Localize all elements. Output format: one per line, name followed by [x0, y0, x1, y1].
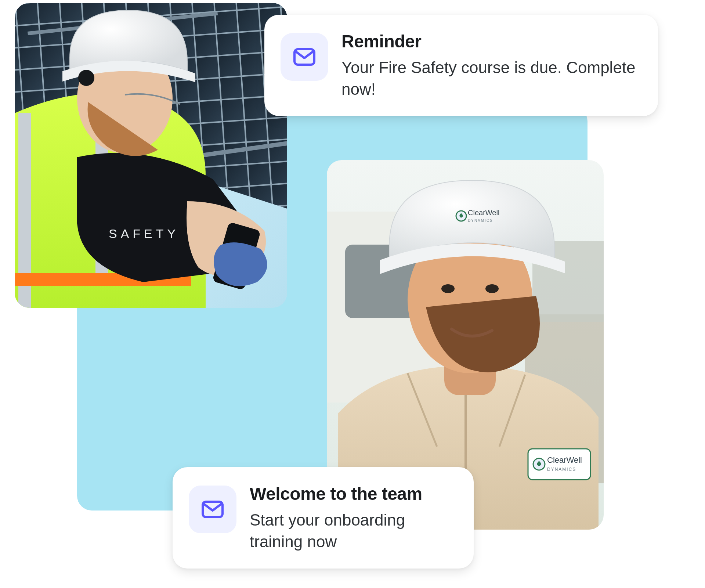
- photo-worker-solar: SAFETY: [15, 3, 287, 308]
- mail-icon-tile: [189, 486, 236, 533]
- notification-body: Welcome to the team Start your onboardin…: [250, 483, 455, 552]
- company-tagline-patch: DYNAMICS: [547, 467, 576, 472]
- mail-icon: [199, 496, 226, 523]
- company-name-helmet: ClearWell: [468, 209, 499, 217]
- notification-reminder[interactable]: Reminder Your Fire Safety course is due.…: [264, 15, 658, 116]
- svg-point-12: [78, 70, 94, 86]
- mail-icon-tile: [281, 33, 328, 81]
- notification-title: Welcome to the team: [250, 483, 455, 505]
- notification-body: Reminder Your Fire Safety course is due.…: [341, 31, 639, 100]
- shirt-safety-label: SAFETY: [109, 227, 179, 241]
- notification-welcome[interactable]: Welcome to the team Start your onboardin…: [173, 467, 474, 569]
- svg-point-22: [441, 284, 455, 293]
- notification-text: Start your onboarding training now: [250, 509, 455, 553]
- photo-worker-solar-svg: SAFETY: [15, 3, 287, 308]
- notification-title: Reminder: [341, 31, 639, 52]
- mail-icon: [291, 44, 318, 70]
- company-tagline-helmet: DYNAMICS: [468, 219, 493, 223]
- svg-point-23: [485, 284, 499, 293]
- notification-text: Your Fire Safety course is due. Complete…: [341, 57, 639, 100]
- company-name-patch: ClearWell: [547, 455, 582, 465]
